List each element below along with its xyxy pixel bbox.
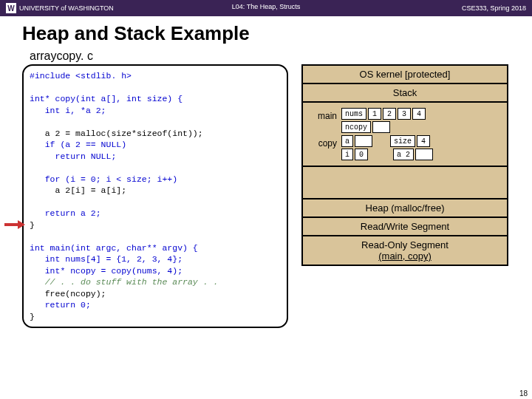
source-file-label: arraycopy. c <box>30 50 510 63</box>
nums-1: 2 <box>383 108 396 120</box>
size-val: 4 <box>417 135 430 147</box>
slide-header: W UNIVERSITY of WASHINGTON L04: The Heap… <box>0 0 532 16</box>
mem-ro-line1: Read-Only Segment <box>307 239 502 250</box>
slide-body: Heap and Stack Example arraycopy. c #inc… <box>0 16 532 328</box>
size-label: size <box>390 135 415 147</box>
a-val <box>355 135 372 147</box>
ncopy-label: ncopy <box>341 121 371 133</box>
page-number: 18 <box>519 389 528 398</box>
mem-heap: Heap (malloc/free) <box>303 200 507 218</box>
page-title: Heap and Stack Example <box>22 22 510 45</box>
code-listing: #include <stdlib. h> int* copy(int a[], … <box>22 64 288 328</box>
frame-copy: copy a size 4 i 0 <box>306 135 504 160</box>
code-line: int nums[4] = {1, 2, 3, 4}; <box>30 254 183 264</box>
code-line: int* copy(int a[], int size) { <box>30 94 183 103</box>
a2-val <box>415 149 433 160</box>
code-line: return 0; <box>30 300 91 310</box>
code-line: if (a 2 == NULL) <box>30 140 126 149</box>
lecture-title: L04: The Heap, Structs <box>232 3 300 10</box>
code-line: return a 2; <box>30 208 101 218</box>
nums-2: 3 <box>398 108 411 120</box>
mem-empty <box>303 167 507 200</box>
mem-ro: Read-Only Segment (main, copy) <box>303 236 507 265</box>
code-line: #include <stdlib. h> <box>30 71 132 81</box>
mem-ro-line2: (main, copy) <box>307 250 502 262</box>
header-left: W UNIVERSITY of WASHINGTON <box>6 3 114 13</box>
nums-3: 4 <box>412 108 426 120</box>
code-line: return NULL; <box>30 151 116 161</box>
code-line: } <box>30 312 35 321</box>
code-line: int i, *a 2; <box>30 106 106 115</box>
i-val: 0 <box>355 149 368 160</box>
mem-rw: Read/Write Segment <box>303 218 507 236</box>
memory-diagram: OS kernel [protected] Stack main nums 1 … <box>301 64 508 266</box>
mem-stack-label: Stack <box>303 84 507 103</box>
university-name: UNIVERSITY of WASHINGTON <box>19 4 114 12</box>
ncopy-val <box>372 121 390 133</box>
i-label: i <box>341 149 353 160</box>
pointer-arrow-icon <box>4 220 25 229</box>
frame-main: main nums 1 2 3 4 ncopy <box>306 108 504 133</box>
stack-frames: main nums 1 2 3 4 ncopy <box>303 103 507 167</box>
code-line: free(ncopy); <box>30 289 106 299</box>
code-line: a 2[i] = a[i]; <box>30 185 126 195</box>
code-line: for (i = 0; i < size; i++) <box>30 174 177 184</box>
a-label: a <box>341 135 353 147</box>
mem-kernel: OS kernel [protected] <box>303 66 507 84</box>
course-code: CSE333, Spring 2018 <box>462 4 526 12</box>
a2-label: a 2 <box>393 149 414 160</box>
nums-label: nums <box>341 108 366 120</box>
code-line: int main(int argc, char** argv) { <box>30 243 198 253</box>
frame-main-label: main <box>306 108 337 121</box>
frame-copy-label: copy <box>306 135 337 149</box>
code-line: int* ncopy = copy(nums, 4); <box>30 266 183 276</box>
code-line: } <box>30 220 35 230</box>
w-logo: W <box>6 3 16 13</box>
nums-0: 1 <box>368 108 381 120</box>
code-line: a 2 = malloc(size*sizeof(int)); <box>30 129 203 138</box>
code-line: // . . do stuff with the array . . <box>30 277 218 287</box>
